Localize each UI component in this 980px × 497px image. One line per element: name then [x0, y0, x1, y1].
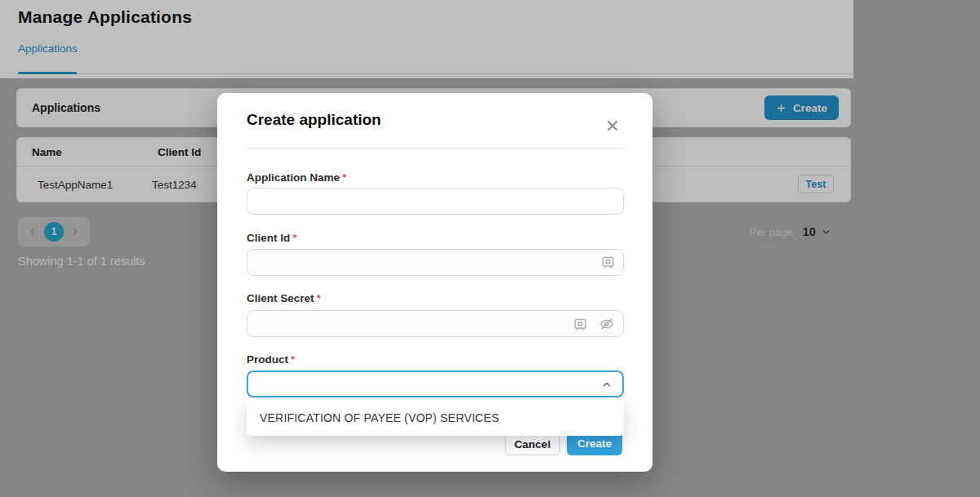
product-label: Product* [247, 353, 295, 366]
close-icon[interactable] [604, 118, 621, 134]
product-option-vop[interactable]: VERIFICATION OF PAYEE (VOP) SERVICES [247, 411, 499, 424]
vault-icon[interactable] [573, 317, 587, 331]
product-dropdown-panel: VERIFICATION OF PAYEE (VOP) SERVICES [247, 399, 624, 436]
required-mark: * [317, 292, 321, 304]
cancel-button[interactable]: Cancel [505, 433, 560, 455]
eye-off-icon[interactable] [599, 316, 615, 332]
required-mark: * [342, 171, 346, 184]
product-select[interactable] [247, 371, 624, 397]
create-application-modal: Create application Application Name* Cli… [217, 93, 653, 472]
manage-applications-page: Manage Applications Applications Applica… [0, 0, 980, 497]
client-secret-input[interactable] [247, 310, 624, 337]
client-id-input[interactable] [247, 249, 624, 276]
client-secret-label: Client Secret* [247, 292, 321, 304]
required-mark: * [291, 353, 295, 366]
client-id-label: Client Id* [247, 232, 297, 244]
chevron-up-icon [601, 379, 612, 390]
modal-title: Create application [247, 111, 381, 129]
client-secret-input-icons [573, 316, 615, 332]
required-mark: * [292, 232, 296, 244]
modal-divider [247, 148, 624, 149]
application-name-input[interactable] [247, 188, 624, 215]
vault-icon[interactable] [601, 255, 615, 269]
application-name-label: Application Name* [247, 171, 346, 184]
client-id-input-icons [601, 255, 615, 269]
